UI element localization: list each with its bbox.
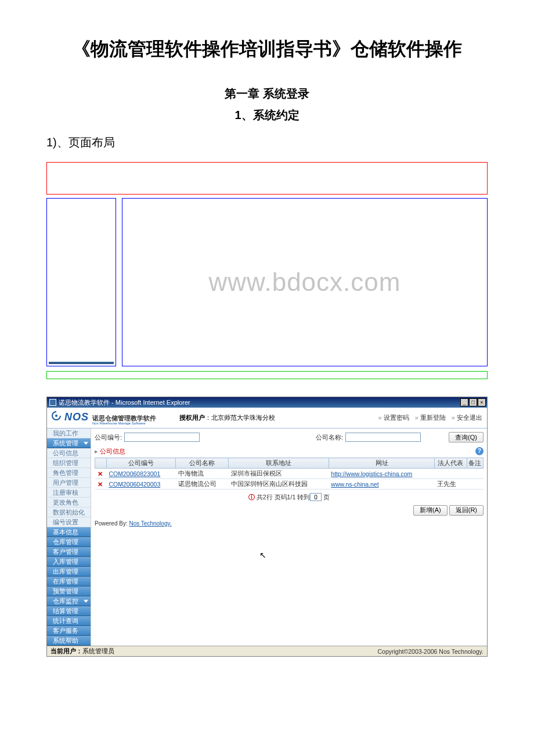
powered-link[interactable]: Nos Technology. — [129, 520, 171, 527]
sidebar-item-system-mgmt[interactable]: 系统管理 — [47, 438, 91, 448]
status-bar: 当前用户：系统管理员 Copyright©2003-2006 Nos Techn… — [47, 646, 487, 656]
pager-goto-input[interactable] — [310, 493, 322, 501]
pager-info-icon: ⓘ — [248, 494, 255, 501]
header-links: 设置密码 重新登陆 安全退出 — [378, 413, 482, 422]
window-title: 诺思物流教学软件 - Microsoft Internet Explorer — [59, 398, 190, 407]
sidebar-item-warehouse-mgmt[interactable]: 仓库管理 — [47, 537, 91, 547]
window-titlebar: 诺思物流教学软件 - Microsoft Internet Explorer _… — [47, 397, 487, 408]
sidebar-item-settlement-mgmt[interactable]: 结算管理 — [47, 606, 91, 616]
link-relogin[interactable]: 重新登陆 — [415, 413, 446, 422]
col-legal-rep: 法人代表 — [435, 458, 467, 469]
powered-label: Powered By: — [95, 520, 128, 527]
close-button[interactable]: × — [478, 398, 486, 406]
back-button[interactable]: 返回(R) — [449, 505, 484, 516]
add-button[interactable]: 新增(A) — [413, 505, 448, 516]
cell-name: 中海物流 — [176, 469, 229, 479]
copyright: Copyright©2003-2006 Nos Technology. — [378, 648, 484, 655]
logo-swirl-icon — [52, 411, 61, 420]
col-address: 联系地址 — [229, 458, 329, 469]
logo-subtitle-en: Nos Warehouse Manage Software — [92, 422, 156, 425]
diagram-footer-region — [46, 371, 488, 379]
app-icon — [49, 399, 56, 406]
cell-code[interactable]: COM20060420003 — [109, 481, 161, 488]
sidebar-item-stats-query[interactable]: 统计查询 — [47, 616, 91, 626]
search-bar: 公司编号: 公司名称: 查询(Q) — [95, 431, 484, 444]
cell-url[interactable]: www.ns-china.net — [331, 481, 378, 488]
pager-page-total: 1 — [292, 494, 295, 501]
cell-legal — [435, 469, 467, 479]
diagram-sidebar-region — [46, 198, 116, 366]
logo-text: NOS — [64, 411, 89, 423]
pager-goto-label: 转到 — [297, 494, 310, 501]
col-company-name: 公司名称 — [176, 458, 229, 469]
logo-subtitle: 诺思仓储管理教学软件 — [92, 415, 156, 422]
col-website: 网址 — [329, 458, 434, 469]
sidebar-item-basic-info[interactable]: 基本信息 — [47, 527, 91, 537]
status-user: 系统管理员 — [82, 647, 114, 654]
auth-user-value: ：北京师范大学珠海分校 — [205, 414, 275, 421]
company-table: 公司编号 公司名称 联系地址 网址 法人代表 备注 ✕ COM200608230… — [95, 458, 484, 489]
cursor-icon: ↖ — [259, 550, 266, 560]
sidebar-item-my-work[interactable]: 我的工作 — [47, 429, 91, 438]
link-logout[interactable]: 安全退出 — [452, 413, 482, 422]
col-company-code: 公司编号 — [107, 458, 176, 469]
sidebar-item-customer-service[interactable]: 客户服务 — [47, 626, 91, 636]
cell-addr: 中国深圳特区南山区科技园 — [229, 479, 329, 489]
sidebar-item-outbound-mgmt[interactable]: 出库管理 — [47, 567, 91, 577]
sidebar-sub-number-setting[interactable]: 编号设置 — [47, 517, 91, 527]
cell-note — [467, 479, 483, 489]
breadcrumb: 公司信息 — [95, 447, 125, 456]
query-button[interactable]: 查询(Q) — [449, 432, 484, 442]
sidebar-sub-role-mgmt[interactable]: 角色管理 — [47, 468, 91, 478]
link-set-password[interactable]: 设置密码 — [378, 413, 409, 422]
status-user-label: 当前用户： — [50, 647, 82, 654]
sidebar-item-inbound-mgmt[interactable]: 入库管理 — [47, 557, 91, 567]
subsection-heading: 1)、页面布局 — [46, 135, 488, 150]
help-icon[interactable]: ? — [475, 447, 484, 455]
sidebar-sub-company-info[interactable]: 公司信息 — [47, 448, 91, 458]
diagram-main-region: www.bdocx.com — [122, 198, 488, 366]
cell-url[interactable]: http://www.logistics-china.com — [331, 470, 412, 477]
input-company-code[interactable] — [124, 433, 200, 442]
sidebar: 我的工作 系统管理 公司信息 组织管理 角色管理 用户管理 注册审核 更改角色 … — [47, 429, 91, 646]
sidebar-item-customer-mgmt[interactable]: 客户管理 — [47, 547, 91, 557]
cell-note — [467, 469, 483, 479]
cell-code[interactable]: COM20060823001 — [109, 470, 161, 477]
sidebar-item-instock-mgmt[interactable]: 在库管理 — [47, 577, 91, 586]
delete-icon[interactable]: ✕ — [98, 481, 103, 488]
table-row[interactable]: ✕ COM20060823001 中海物流 深圳市福田保税区 http://ww… — [95, 469, 484, 479]
sidebar-item-warehouse-monitor[interactable]: 仓库监控 — [47, 596, 91, 606]
main-content: 公司编号: 公司名称: 查询(Q) 公司信息 ? — [91, 429, 487, 646]
pager: ⓘ 共2行 页码1/1 转到 页 — [95, 493, 484, 502]
sidebar-sub-org-mgmt[interactable]: 组织管理 — [47, 458, 91, 468]
cell-addr: 深圳市福田保税区 — [229, 469, 329, 479]
maximize-button[interactable]: □ — [469, 398, 477, 406]
svg-point-0 — [55, 415, 57, 417]
sidebar-sub-data-init[interactable]: 数据初始化 — [47, 507, 91, 517]
watermark-text: www.bdocx.com — [209, 268, 401, 297]
sidebar-item-alert-mgmt[interactable]: 预警管理 — [47, 586, 91, 596]
app-header: NOS 诺思仓储管理教学软件 Nos Warehouse Manage Soft… — [47, 408, 487, 429]
layout-diagram: www.bdocx.com — [46, 162, 488, 379]
pager-page-suffix: 页 — [323, 494, 330, 501]
authorized-user: 授权用户：北京师范大学珠海分校 — [179, 413, 275, 422]
chapter-heading: 第一章 系统登录 — [46, 86, 488, 102]
pager-total-prefix: 共 — [257, 494, 263, 501]
sidebar-sub-change-role[interactable]: 更改角色 — [47, 498, 91, 507]
table-row[interactable]: ✕ COM20060420003 诺思物流公司 中国深圳特区南山区科技园 www… — [95, 479, 484, 489]
pager-page-word: 页码 — [275, 494, 287, 501]
sidebar-sub-register-audit[interactable]: 注册审核 — [47, 488, 91, 498]
delete-icon[interactable]: ✕ — [98, 470, 103, 477]
sidebar-sub-user-mgmt[interactable]: 用户管理 — [47, 478, 91, 488]
cell-legal: 王先生 — [435, 479, 467, 489]
logo: NOS 诺思仓储管理教学软件 Nos Warehouse Manage Soft… — [52, 411, 156, 425]
section-heading: 1、系统约定 — [46, 107, 488, 123]
cell-name: 诺思物流公司 — [176, 479, 229, 489]
powered-by: Powered By: Nos Technology. — [95, 520, 484, 527]
minimize-button[interactable]: _ — [460, 398, 468, 406]
input-company-name[interactable] — [345, 433, 421, 442]
diagram-header-region — [46, 162, 488, 195]
sidebar-item-system-help[interactable]: 系统帮助 — [47, 636, 91, 646]
label-company-name: 公司名称: — [316, 433, 343, 442]
label-company-code: 公司编号: — [95, 433, 122, 442]
